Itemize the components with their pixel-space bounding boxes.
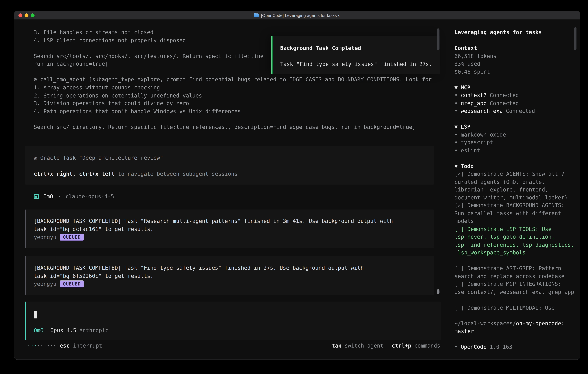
lsp-item-name: markdown-oxide: [461, 132, 506, 137]
agent-separator: ·: [58, 193, 61, 200]
tool-call-text: call_omo_agent [subagent_type=explore, p…: [40, 76, 431, 83]
context-tokens: 66,518 tokens: [454, 52, 577, 60]
lsp-item: •markdown-oxide: [454, 131, 577, 138]
todo-item-done: [✓] Demonstrate AGENTS: Show all 7 curat…: [454, 170, 577, 201]
bullet-icon: •: [454, 139, 458, 145]
minimize-window-button[interactable]: [25, 13, 29, 17]
message-body: [BACKGROUND TASK COMPLETED] Task "Resear…: [34, 217, 427, 233]
lsp-item-name: eslint: [461, 147, 480, 153]
terminal-window: [OpenCode] Leveraging agents for tasks ◐…: [14, 11, 580, 360]
sidebar-title: Leveraging agents for tasks: [454, 28, 577, 36]
message-body: [BACKGROUND TASK COMPLETED] Task "Find t…: [34, 264, 427, 280]
chevron-down-icon: ▼: [454, 163, 458, 169]
bullet-icon: •: [454, 344, 458, 350]
bullet-icon: •: [454, 100, 458, 106]
lsp-section-header: ▼LSP: [454, 123, 577, 131]
chevron-down-icon: ▼: [454, 124, 458, 130]
mcp-item-name: context7: [461, 92, 487, 98]
mcp-item: •websearch_exaConnected: [454, 107, 577, 115]
toast-notification: Background Task Completed Task "Find typ…: [271, 36, 440, 74]
message-card: [BACKGROUND TASK COMPLETED] Task "Find t…: [25, 256, 434, 295]
folder-icon: [254, 13, 259, 17]
mcp-item-status: Connected: [506, 108, 535, 114]
oracle-task-title: Oracle Task "Deep architecture review": [40, 155, 163, 161]
tool-call-line: ⚙ call_omo_agent [subagent_type=explore,…: [34, 76, 431, 83]
message-author: yeongyu: [34, 280, 56, 288]
agent-name: OmO: [43, 193, 53, 200]
toast-title: Background Task Completed: [280, 44, 433, 52]
mcp-item-status: Connected: [490, 92, 519, 98]
mcp-item: •context7Connected: [454, 91, 577, 99]
todo-section-header: ▼Todo: [454, 162, 577, 170]
close-window-button[interactable]: [18, 13, 22, 17]
todo-item-pending: [ ] Demonstrate AST-GREP: Pattern search…: [454, 264, 577, 280]
app-version-footer: •OpenCode1.0.163: [454, 343, 577, 351]
status-bar-right: tab switch agent ctrl+p commands: [332, 342, 440, 350]
context-header: Context: [454, 44, 577, 52]
workspace-repo: oh-my-opencode:: [516, 320, 564, 326]
status-bar-left: ········· esc interrupt: [27, 342, 102, 350]
window-titlebar[interactable]: [OpenCode] Leveraging agents for tasks ◐: [14, 11, 580, 20]
message-author: yeongyu: [34, 233, 56, 241]
chat-scrollbar-thumb-bottom[interactable]: [437, 289, 440, 294]
queued-badge: QUEUED: [60, 280, 84, 287]
tool-call-details: 1. Array access without bounds checking …: [34, 83, 415, 131]
chat-scrollbar-thumb[interactable]: [437, 28, 440, 50]
esc-key-label: interrupt: [73, 342, 102, 350]
window-title: [OpenCode] Leveraging agents for tasks ◐: [261, 11, 341, 19]
keybind-description: to navigate between subagent sessions: [115, 170, 238, 177]
tab-key-hint: tab: [332, 342, 341, 350]
todo-item-pending: [ ] Demonstrate MULTIMODAL: Use: [454, 304, 577, 312]
bullet-icon: •: [454, 108, 458, 114]
bullet-icon: •: [454, 132, 458, 137]
keybind-hint: ctrl+x right, ctrl+x left to navigate be…: [34, 170, 427, 177]
context-used: 33% used: [454, 60, 577, 68]
zoom-window-button[interactable]: [31, 13, 35, 17]
oracle-task-title-line: ◉ Oracle Task "Deep architecture review": [34, 154, 427, 162]
traffic-lights: [18, 13, 34, 17]
message-card: [BACKGROUND TASK COMPLETED] Task "Resear…: [25, 209, 434, 248]
agent-model: claude-opus-4-5: [65, 193, 114, 200]
queued-badge: QUEUED: [60, 234, 84, 240]
input-model-label: Opus 4.5: [50, 326, 76, 334]
input-cursor: [34, 311, 37, 318]
workspace-path-prefix: ~/local-workspaces/: [454, 320, 516, 326]
bullet-icon: •: [454, 147, 458, 153]
mcp-section-header: ▼MCP: [454, 83, 577, 91]
app-name: Open: [461, 344, 473, 350]
context-spent: $0.46 spent: [454, 68, 577, 75]
branch-name: master: [454, 327, 577, 335]
tab-key-label: switch agent: [345, 342, 383, 350]
scrollback-text: 3. File handles or streams not closed 4.…: [34, 28, 263, 68]
toast-body: Task "Find type safety issues" finished …: [280, 60, 433, 68]
oracle-task-panel: ◉ Oracle Task "Deep architecture review"…: [25, 146, 434, 185]
input-provider-label: Anthropic: [79, 326, 108, 334]
mcp-item-status: Connected: [490, 100, 519, 106]
gear-icon: ⚙: [34, 76, 37, 83]
session-sidebar: Leveraging agents for tasks Context 66,5…: [454, 28, 577, 351]
lsp-item: •typescript: [454, 139, 577, 146]
agent-header: OmO · claude-opus-4-5: [34, 193, 114, 201]
oracle-icon: ◉: [34, 155, 37, 161]
keybind-keys: ctrl+x right, ctrl+x left: [34, 170, 115, 177]
app-version: 1.0.163: [490, 344, 513, 350]
commands-key-hint: ctrl+p: [392, 342, 411, 350]
agent-checkbox-icon: [34, 194, 39, 199]
workspace-path: ~/local-workspaces/oh-my-opencode:: [454, 319, 577, 327]
esc-key-hint: esc: [60, 342, 69, 350]
todo-item-pending: [ ] Demonstrate MCP INTEGRATIONS: Use co…: [454, 280, 577, 296]
mcp-item-name: websearch_exa: [461, 108, 503, 114]
message-meta: yeongyu QUEUED: [34, 233, 427, 241]
input-agent-label: OmO: [34, 326, 43, 334]
app-name-bold: Code: [474, 344, 487, 350]
mcp-item: •grep_appConnected: [454, 99, 577, 107]
prompt-input[interactable]: OmO Opus 4.5 Anthropic: [25, 301, 441, 340]
todo-item-done: [✓] Demonstrate BACKGROUND AGENTS: Run p…: [454, 201, 577, 225]
desktop: [OpenCode] Leveraging agents for tasks ◐…: [0, 0, 588, 374]
lsp-item: •eslint: [454, 146, 577, 154]
bullet-icon: •: [454, 92, 458, 98]
chevron-down-icon: ▼: [454, 84, 458, 90]
todo-item-active: [ ] Demonstrate LSP TOOLS: Use lsp_hover…: [454, 225, 577, 257]
mcp-item-name: grep_app: [461, 100, 487, 106]
commands-key-label: commands: [414, 342, 440, 350]
